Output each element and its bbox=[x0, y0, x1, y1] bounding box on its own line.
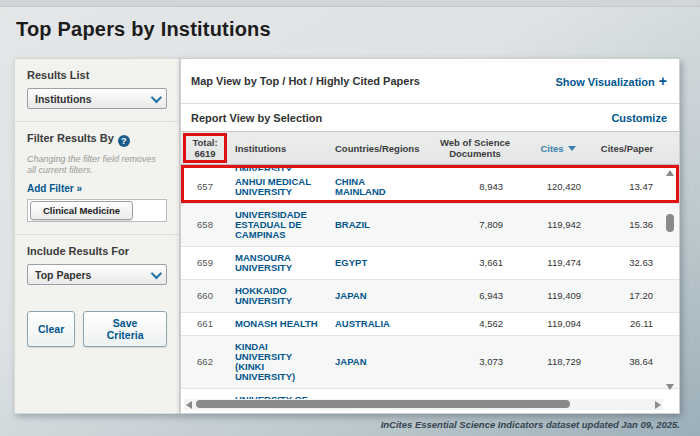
cell-docs: 8,943 bbox=[429, 171, 521, 203]
header-cites-sort[interactable]: Cites bbox=[521, 132, 595, 164]
sidebar: Results List Institutions Filter Results… bbox=[14, 58, 180, 414]
add-filter-link[interactable]: Add Filter » bbox=[27, 183, 167, 194]
cell-cpp: 32.63 bbox=[595, 247, 659, 279]
table-header: Total: 6619 Institutions Countries/Regio… bbox=[181, 131, 679, 165]
cell-country: CHINA MAINLAND bbox=[331, 171, 429, 203]
cell-cpp: 13.47 bbox=[595, 171, 659, 203]
clear-button[interactable]: Clear bbox=[27, 311, 75, 347]
cell-cpp: 15.36 bbox=[595, 204, 659, 246]
cell-rank: 660 bbox=[181, 280, 229, 312]
results-list-dropdown[interactable]: Institutions bbox=[27, 88, 167, 109]
header-institutions: Institutions bbox=[229, 132, 331, 164]
chevron-down-icon bbox=[151, 91, 162, 102]
table-row: 659MANSOURA UNIVERSITYEGYPT3,661119,4743… bbox=[181, 247, 679, 280]
cell-cites: 120,420 bbox=[521, 171, 595, 203]
header-cites-label: Cites bbox=[540, 143, 563, 154]
cell-cpp: 17.20 bbox=[595, 280, 659, 312]
report-view-bar: Report View by Selection Customize bbox=[181, 104, 679, 131]
cell-cites: 119,409 bbox=[521, 280, 595, 312]
sidebar-buttons: Clear Save Criteria bbox=[15, 297, 179, 361]
help-icon[interactable]: ? bbox=[118, 135, 130, 147]
cell-country: BRAZIL bbox=[331, 204, 429, 246]
cell-docs: 6,943 bbox=[429, 280, 521, 312]
table-body-rows: 657ANHUI MEDICAL UNIVERSITYCHINA MAINLAN… bbox=[181, 171, 679, 403]
top-strip bbox=[0, 0, 700, 7]
dataset-update-note: InCites Essential Science Indicators dat… bbox=[381, 419, 680, 430]
cell-country: JAPAN bbox=[331, 336, 429, 388]
cell-rank: 658 bbox=[181, 204, 229, 246]
results-list-section: Results List Institutions bbox=[15, 59, 179, 122]
cell-country: JAPAN bbox=[331, 280, 429, 312]
main-panel: Map View by Top / Hot / Highly Cited Pap… bbox=[180, 58, 680, 414]
total-value: 6619 bbox=[192, 148, 217, 159]
show-visualization-link[interactable]: Show Visualization+ bbox=[555, 73, 667, 89]
total-label: Total: bbox=[192, 137, 217, 148]
cell-inst[interactable]: KINDAI UNIVERSITY (KINKI UNIVERSITY) bbox=[229, 336, 331, 388]
map-view-bar: Map View by Top / Hot / Highly Cited Pap… bbox=[181, 59, 679, 104]
cell-rank: 662 bbox=[181, 336, 229, 388]
save-criteria-button[interactable]: Save Criteria bbox=[83, 311, 167, 347]
results-list-label: Results List bbox=[27, 69, 167, 81]
cell-rank: 661 bbox=[181, 313, 229, 335]
cell-inst[interactable]: UNIVERSIDADE ESTADUAL DE CAMPINAS bbox=[229, 204, 331, 246]
cell-cites: 119,474 bbox=[521, 247, 595, 279]
table-row: 661MONASH HEALTHAUSTRALIA4,562119,09426.… bbox=[181, 313, 679, 336]
header-cites-per-paper: Cites/Paper bbox=[595, 132, 659, 164]
show-visualization-label: Show Visualization bbox=[555, 76, 654, 88]
include-dropdown[interactable]: Top Papers bbox=[27, 264, 167, 285]
scroll-right-icon[interactable] bbox=[655, 401, 661, 409]
table-body: UNIVERSITY 657ANHUI MEDICAL UNIVERSITYCH… bbox=[181, 165, 679, 403]
cell-rank: 657 bbox=[181, 171, 229, 203]
vertical-scroll-thumb[interactable] bbox=[666, 214, 674, 232]
filter-heading: Filter Results By? bbox=[27, 132, 167, 147]
page-title: Top Papers by Institutions bbox=[16, 18, 271, 41]
header-total-cell: Total: 6619 bbox=[181, 132, 229, 164]
table-row: 658UNIVERSIDADE ESTADUAL DE CAMPINASBRAZ… bbox=[181, 204, 679, 247]
cell-docs: 7,809 bbox=[429, 204, 521, 246]
chevron-down-icon bbox=[151, 267, 162, 278]
sort-descending-icon bbox=[568, 146, 576, 151]
results-list-value: Institutions bbox=[35, 93, 92, 105]
cell-inst[interactable]: MANSOURA UNIVERSITY bbox=[229, 247, 331, 279]
cell-rank: 659 bbox=[181, 247, 229, 279]
filter-section: Filter Results By? Changing the filter f… bbox=[15, 122, 179, 235]
table-row: 660HOKKAIDO UNIVERSITYJAPAN6,943119,4091… bbox=[181, 280, 679, 313]
filter-note: Changing the filter field removes all cu… bbox=[27, 154, 167, 176]
table-row: 662KINDAI UNIVERSITY (KINKI UNIVERSITY)J… bbox=[181, 336, 679, 389]
map-view-title: Map View by Top / Hot / Highly Cited Pap… bbox=[191, 75, 420, 87]
customize-link[interactable]: Customize bbox=[611, 112, 667, 124]
filter-input[interactable]: Clinical Medicine bbox=[27, 199, 167, 222]
cell-cites: 119,942 bbox=[521, 204, 595, 246]
cell-inst[interactable]: MONASH HEALTH bbox=[229, 313, 331, 335]
include-section: Include Results For Top Papers bbox=[15, 235, 179, 297]
cell-docs: 3,661 bbox=[429, 247, 521, 279]
header-documents: Web of Science Documents bbox=[429, 132, 521, 164]
scroll-left-icon[interactable] bbox=[186, 401, 192, 409]
cell-docs: 4,562 bbox=[429, 313, 521, 335]
cell-cpp: 38.64 bbox=[595, 336, 659, 388]
vertical-scrollbar[interactable] bbox=[665, 166, 676, 404]
horizontal-scroll-thumb[interactable] bbox=[196, 400, 570, 408]
filter-heading-text: Filter Results By bbox=[27, 132, 114, 144]
cell-inst[interactable]: HOKKAIDO UNIVERSITY bbox=[229, 280, 331, 312]
include-label: Include Results For bbox=[27, 245, 167, 257]
cell-country: AUSTRALIA bbox=[331, 313, 429, 335]
header-countries: Countries/Regions bbox=[331, 132, 429, 164]
report-view-title: Report View by Selection bbox=[191, 112, 322, 124]
table-row: 657ANHUI MEDICAL UNIVERSITYCHINA MAINLAN… bbox=[181, 171, 679, 204]
filter-chip[interactable]: Clinical Medicine bbox=[30, 201, 133, 220]
scroll-up-icon[interactable] bbox=[666, 170, 674, 176]
cell-cpp: 26.11 bbox=[595, 313, 659, 335]
scroll-down-icon[interactable] bbox=[666, 384, 674, 390]
horizontal-scrollbar[interactable] bbox=[184, 399, 663, 410]
cell-cites: 119,094 bbox=[521, 313, 595, 335]
cell-inst[interactable]: ANHUI MEDICAL UNIVERSITY bbox=[229, 171, 331, 203]
cell-docs: 3,073 bbox=[429, 336, 521, 388]
cell-country: EGYPT bbox=[331, 247, 429, 279]
plus-icon: + bbox=[659, 73, 667, 89]
include-value: Top Papers bbox=[35, 269, 91, 281]
cell-cites: 118,729 bbox=[521, 336, 595, 388]
